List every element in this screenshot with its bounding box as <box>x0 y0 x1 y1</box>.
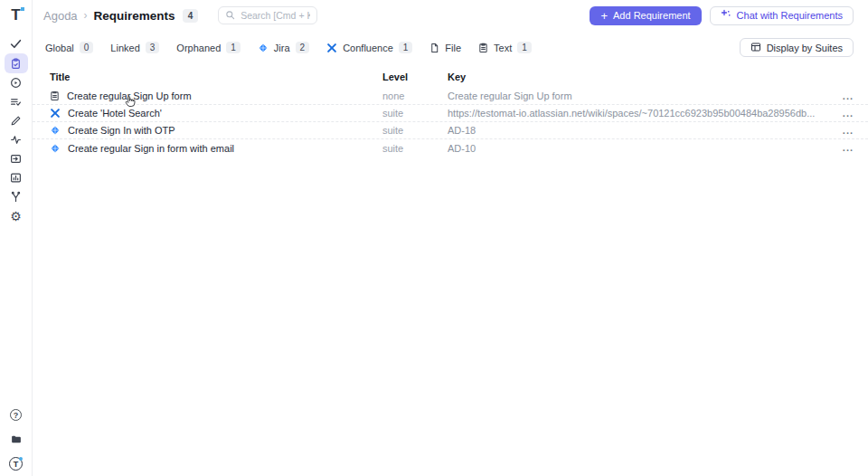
filter-linked[interactable]: Linked 3 <box>110 42 159 53</box>
requirement-key: AD-18 <box>448 125 826 136</box>
sidebar-item-pulse[interactable] <box>5 130 28 149</box>
table-row[interactable]: Create regular Sign Up form none Create … <box>33 88 868 105</box>
filter-text-label: Text <box>494 43 512 53</box>
filter-file[interactable]: File <box>429 43 461 53</box>
filter-jira-label: Jira <box>274 43 290 53</box>
sidebar-item-branches[interactable] <box>5 187 28 206</box>
sidebar-item-help[interactable]: ? <box>5 405 28 424</box>
circle-play-icon <box>10 77 22 89</box>
breadcrumb-separator: › <box>84 9 88 22</box>
text-doc-icon <box>478 43 488 53</box>
pulse-icon <box>10 134 22 146</box>
chat-with-requirements-button[interactable]: Chat with Requirements <box>710 6 854 25</box>
filter-confluence-label: Confluence <box>343 43 393 53</box>
requirement-title: Create 'Hotel Search' <box>68 108 162 119</box>
filter-file-label: File <box>445 43 461 53</box>
row-menu-button[interactable]: ... <box>826 126 854 136</box>
filter-jira-count: 2 <box>296 42 310 53</box>
row-menu-button[interactable]: ... <box>826 109 854 119</box>
search-input[interactable] <box>241 10 310 21</box>
confluence-icon <box>50 108 61 119</box>
import-box-icon <box>10 153 22 165</box>
list-check-icon <box>10 96 22 108</box>
add-requirement-button[interactable]: + Add Requirement <box>590 6 701 25</box>
chart-box-icon <box>10 172 22 184</box>
row-menu-button[interactable]: ... <box>826 143 854 153</box>
requirement-level: suite <box>382 108 448 119</box>
filter-orphaned-count: 1 <box>226 42 241 53</box>
main-content: Agoda › Requirements 4 + Add Requirement <box>33 0 868 476</box>
requirements-table: Title Level Key Create regular Sign Up f… <box>33 68 868 157</box>
clipboard-check-icon <box>10 58 22 70</box>
requirement-title: Create regular Sign Up form <box>67 90 192 101</box>
table-row[interactable]: Create regular Sign in form with email s… <box>33 139 868 157</box>
help-icon: ? <box>10 409 22 421</box>
sidebar-item-tests[interactable] <box>5 34 28 53</box>
filter-jira[interactable]: Jira 2 <box>258 42 309 53</box>
sidebar-item-settings[interactable]: ⚙ <box>5 206 28 225</box>
jira-icon <box>50 125 61 136</box>
sidebar-item-runs[interactable] <box>5 73 28 92</box>
search-box[interactable] <box>218 6 317 24</box>
filter-text-count: 1 <box>517 42 532 53</box>
sidebar-item-projects[interactable] <box>5 430 28 449</box>
filter-confluence[interactable]: Confluence 1 <box>326 42 412 53</box>
requirement-title: Create Sign In with OTP <box>68 125 175 136</box>
confluence-icon <box>326 43 337 53</box>
requirement-title: Create regular Sign in form with email <box>68 143 234 154</box>
requirement-key: AD-10 <box>448 143 826 154</box>
column-key: Key <box>448 71 826 82</box>
app-window: T <box>0 0 868 476</box>
sidebar-item-requirements[interactable] <box>5 53 28 73</box>
avatar-letter: T <box>14 460 19 469</box>
logo-letter: T <box>11 6 20 24</box>
sidebar-item-editor[interactable] <box>5 111 28 130</box>
breadcrumb-project[interactable]: Agoda <box>43 9 78 23</box>
ai-sparkle-icon <box>721 9 731 22</box>
jira-icon <box>50 143 61 154</box>
topbar-actions: + Add Requirement Chat with Requirements <box>590 6 854 25</box>
filter-orphaned[interactable]: Orphaned 1 <box>176 42 241 53</box>
sidebar-item-plans[interactable] <box>5 92 28 111</box>
gear-icon: ⚙ <box>10 210 22 223</box>
display-layout-icon <box>750 42 761 54</box>
table-header: Title Level Key <box>33 68 868 86</box>
page-title: Requirements <box>94 9 175 23</box>
file-icon <box>429 43 439 53</box>
display-by-suites-button[interactable]: Display by Suites <box>740 38 854 57</box>
filter-linked-count: 3 <box>146 42 160 53</box>
filter-global-count: 0 <box>80 42 94 53</box>
branch-icon <box>10 191 22 203</box>
filter-confluence-count: 1 <box>399 42 413 53</box>
requirement-level: suite <box>382 143 448 154</box>
avatar: T <box>9 457 23 471</box>
sidebar-bottom: ? T <box>5 400 28 476</box>
text-doc-icon <box>50 90 60 101</box>
plus-icon: + <box>600 10 608 22</box>
search-icon <box>225 7 235 24</box>
column-title: Title <box>50 71 382 82</box>
sidebar-item-profile[interactable]: T <box>5 454 28 473</box>
column-level: Level <box>382 71 448 82</box>
sidebar-item-import[interactable] <box>5 149 28 168</box>
filter-bar: Global 0 Linked 3 Orphaned 1 Jira 2 <box>33 31 868 62</box>
requirement-level: suite <box>382 125 448 136</box>
sidebar: T <box>0 0 33 476</box>
table-row[interactable]: Create Sign In with OTP suite AD-18 ... <box>33 122 868 139</box>
table-row[interactable]: Create 'Hotel Search' suite https://test… <box>33 105 868 122</box>
sidebar-item-analytics[interactable] <box>5 168 28 187</box>
row-menu-button[interactable]: ... <box>826 91 854 101</box>
filter-global-label: Global <box>45 43 74 53</box>
filter-global[interactable]: Global 0 <box>45 42 93 53</box>
filter-text[interactable]: Text 1 <box>478 42 532 53</box>
chat-button-label: Chat with Requirements <box>737 10 843 21</box>
testomat-logo[interactable]: T <box>11 5 20 25</box>
filter-linked-label: Linked <box>110 43 139 53</box>
requirement-key: Create regular Sign Up form <box>448 90 826 101</box>
add-requirement-label: Add Requirement <box>613 10 691 21</box>
display-by-suites-label: Display by Suites <box>767 43 843 53</box>
jira-icon <box>258 43 269 53</box>
requirements-count-badge: 4 <box>183 9 199 23</box>
requirement-level: none <box>382 90 448 101</box>
notification-dot <box>19 457 23 461</box>
